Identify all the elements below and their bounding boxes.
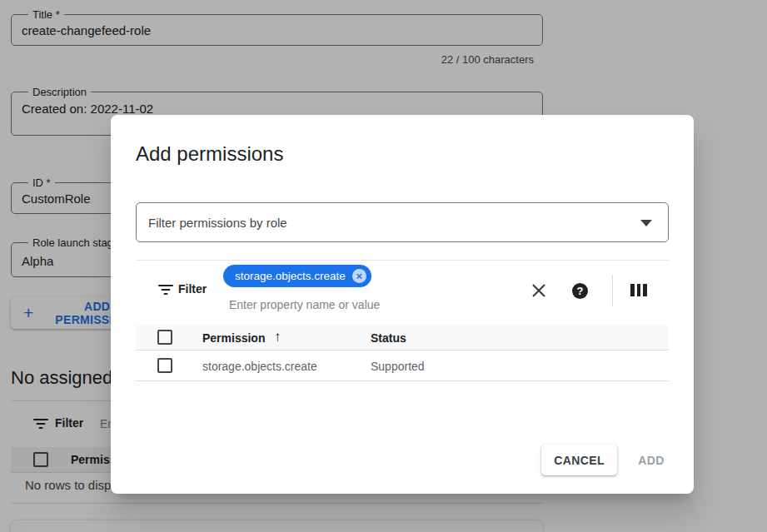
role-select-placeholder: Filter permissions by role — [148, 216, 287, 230]
row-status-cell: Supported — [371, 360, 425, 373]
permission-column-header[interactable]: Permission — [202, 331, 265, 345]
dialog-title: Add permissions — [136, 142, 283, 166]
row-checkbox[interactable] — [157, 358, 172, 373]
dialog-table-header: Permission ↑ Status — [136, 325, 669, 351]
help-icon[interactable]: ? — [572, 283, 588, 299]
chevron-down-icon — [640, 220, 652, 226]
filter-icon — [158, 285, 173, 296]
sort-ascending-icon[interactable]: ↑ — [274, 329, 281, 346]
add-permissions-dialog: Add permissions Filter permissions by ro… — [111, 115, 694, 494]
filter-chip[interactable]: storage.objects.create × — [223, 265, 371, 287]
column-display-icon[interactable] — [630, 284, 647, 296]
clear-filter-icon[interactable] — [530, 282, 547, 299]
cancel-button[interactable]: CANCEL — [541, 445, 617, 475]
status-column-header[interactable]: Status — [371, 331, 406, 345]
filter-permissions-by-role-select[interactable]: Filter permissions by role — [136, 202, 669, 242]
chip-close-icon[interactable]: × — [352, 269, 366, 283]
permission-table-row[interactable]: storage.objects.create Supported — [136, 351, 669, 381]
dialog-filter-label: Filter — [178, 282, 207, 296]
row-permission-cell: storage.objects.create — [202, 360, 317, 373]
dialog-select-all-checkbox[interactable] — [157, 330, 172, 345]
add-button[interactable]: ADD — [625, 445, 677, 475]
toolbar-divider — [612, 275, 613, 306]
divider — [136, 260, 669, 261]
dialog-filter-input[interactable]: Enter property name or value — [229, 298, 380, 311]
filter-chip-label: storage.objects.create — [235, 270, 346, 282]
